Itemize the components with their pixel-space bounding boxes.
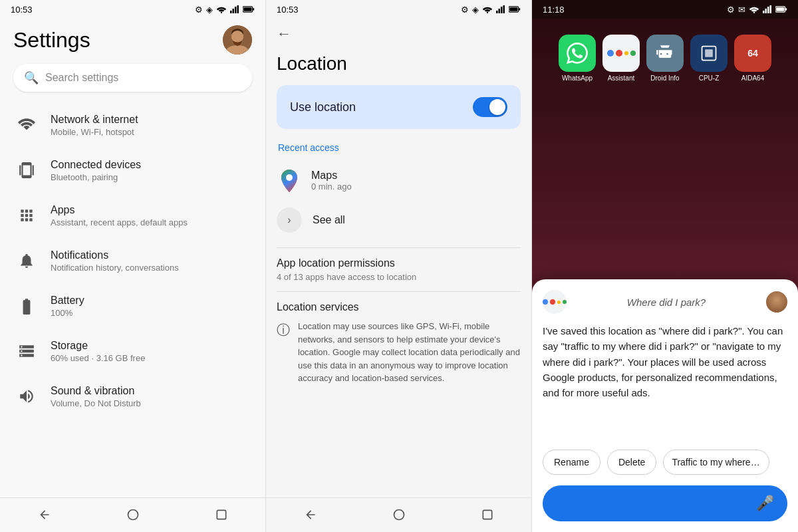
ga-dot-red [616, 50, 622, 57]
apps-text: Apps Assistant, recent apps, default app… [51, 204, 188, 227]
svg-point-0 [221, 12, 222, 13]
search-bar[interactable]: 🔍 Search settings [13, 64, 252, 92]
settings-item-battery[interactable]: Battery 100% [0, 283, 265, 329]
settings-item-storage[interactable]: Storage 60% used · 3.16 GB free [0, 329, 265, 374]
rename-button[interactable]: Rename [543, 450, 600, 475]
aida-icon: 64 [734, 35, 771, 72]
location-info-text: Location may use sources like GPS, Wi-Fi… [298, 320, 521, 385]
toggle-knob [489, 99, 505, 115]
svg-rect-14 [496, 11, 498, 13]
storage-title: Storage [51, 340, 145, 352]
network-subtitle: Mobile, Wi-Fi, hotspot [51, 127, 138, 137]
nav-back-icon [38, 508, 51, 521]
maps-app-name: Maps [311, 170, 352, 182]
droid-icon [646, 35, 684, 72]
svg-rect-25 [763, 11, 765, 13]
settings-item-notifications[interactable]: Notifications Notification history, conv… [0, 238, 265, 283]
svg-rect-23 [483, 510, 491, 519]
aida-text: 64 [747, 48, 758, 59]
battery-title: Battery [51, 295, 84, 307]
location-services-heading: Location services [277, 301, 521, 313]
network-title: Network & internet [51, 114, 138, 126]
nav-home-settings[interactable] [120, 505, 146, 525]
assistant-panel: 11:18 ⚙ ✉ [532, 0, 798, 532]
maps-time: 0 min. ago [311, 182, 352, 192]
sound-title: Sound & vibration [51, 385, 141, 397]
svg-rect-1 [230, 11, 232, 13]
svg-rect-31 [776, 7, 784, 11]
aida-label: AIDA64 [741, 74, 764, 82]
app-cpuz[interactable]: CPU-Z [690, 35, 728, 82]
status-time-settings: 10:53 [11, 5, 33, 15]
nav-back-settings[interactable] [31, 505, 58, 525]
status-bar-location: 10:53 ⚙ ◈ [266, 0, 531, 19]
svg-rect-2 [233, 9, 235, 13]
settings-item-devices[interactable]: Connected devices Bluetooth, pairing [0, 148, 265, 193]
nav-home-icon [126, 508, 140, 521]
whatsapp-svg [567, 43, 588, 64]
signal-bars-icon [230, 5, 239, 13]
maps-pin-svg [277, 168, 301, 192]
app-permissions-subtext: 4 of 13 apps have access to location [277, 272, 521, 282]
maps-recent-item[interactable]: Maps 0 min. ago [277, 161, 521, 200]
devices-icon [13, 157, 40, 184]
maps-text: Maps 0 min. ago [311, 170, 352, 192]
settings-item-network[interactable]: Network & internet Mobile, Wi-Fi, hotspo… [0, 102, 265, 148]
assistant-overlay: Where did I park? I've saved this locati… [532, 279, 798, 532]
svg-point-13 [487, 12, 488, 13]
see-all-item[interactable]: › See all [277, 200, 521, 241]
cpuz-svg [700, 44, 718, 63]
droid-svg [656, 44, 674, 63]
status-bar-assistant: 11:18 ⚙ ✉ [532, 0, 798, 19]
settings-panel: 10:53 ⚙ ◈ S [0, 0, 266, 532]
svg-rect-30 [785, 8, 787, 10]
settings-item-apps[interactable]: Apps Assistant, recent apps, default app… [0, 193, 265, 238]
nav-recents-settings[interactable] [208, 505, 235, 525]
asst-wifi-icon [749, 5, 759, 13]
cpuz-label: CPU-Z [699, 74, 720, 82]
google-assistant-logo [543, 290, 567, 314]
divider-1 [277, 247, 521, 248]
nav-recents-location[interactable] [474, 505, 501, 525]
nav-bar-settings [0, 497, 265, 532]
svg-rect-26 [765, 9, 767, 13]
app-whatsapp[interactable]: WhatsApp [559, 35, 596, 82]
battery-text: Battery 100% [51, 295, 84, 318]
app-droid-info[interactable]: Droid Info [646, 35, 684, 82]
svg-rect-3 [235, 7, 237, 13]
back-button-location[interactable]: ← [277, 25, 291, 43]
sound-icon [13, 383, 40, 410]
loc-status-share: ◈ [472, 5, 479, 15]
nav-back-location[interactable] [297, 505, 324, 525]
user-avatar[interactable] [223, 25, 252, 55]
assistant-input-bar[interactable]: 🎤 [543, 485, 787, 521]
svg-rect-16 [501, 7, 503, 13]
settings-item-sound[interactable]: Sound & vibration Volume, Do Not Disturb [0, 374, 265, 419]
droid-label: Droid Info [650, 74, 679, 82]
svg-rect-4 [237, 5, 239, 13]
storage-text: Storage 60% used · 3.16 GB free [51, 340, 145, 363]
asst-signal-icon [763, 5, 772, 13]
status-icons-location: ⚙ ◈ [461, 5, 521, 15]
app-assistant[interactable]: Assistant [602, 35, 640, 82]
wifi-signal-icon [216, 5, 227, 13]
traffic-button[interactable]: Traffic to my where di... [663, 450, 769, 475]
ga-dots [607, 50, 636, 57]
notifications-subtitle: Notification history, conversations [51, 263, 179, 273]
delete-button[interactable]: Delete [607, 450, 656, 475]
status-bar-settings: 10:53 ⚙ ◈ [0, 0, 265, 19]
svg-point-22 [394, 509, 404, 519]
microphone-icon: 🎤 [756, 495, 774, 512]
ga-dot-blue [607, 50, 614, 57]
nav-home-location[interactable] [386, 505, 412, 525]
app-aida64[interactable]: 64 AIDA64 [734, 35, 771, 82]
network-text: Network & internet Mobile, Wi-Fi, hotspo… [51, 114, 138, 137]
location-title: Location [266, 53, 531, 85]
nav-recents-icon [215, 508, 228, 521]
devices-title: Connected devices [51, 159, 141, 171]
app-icons-row: WhatsApp Assistant Dr [543, 35, 787, 82]
location-header: ← [266, 19, 531, 53]
search-placeholder: Search settings [45, 72, 118, 84]
use-location-toggle[interactable] [473, 97, 507, 117]
assistant-icon [602, 35, 640, 72]
